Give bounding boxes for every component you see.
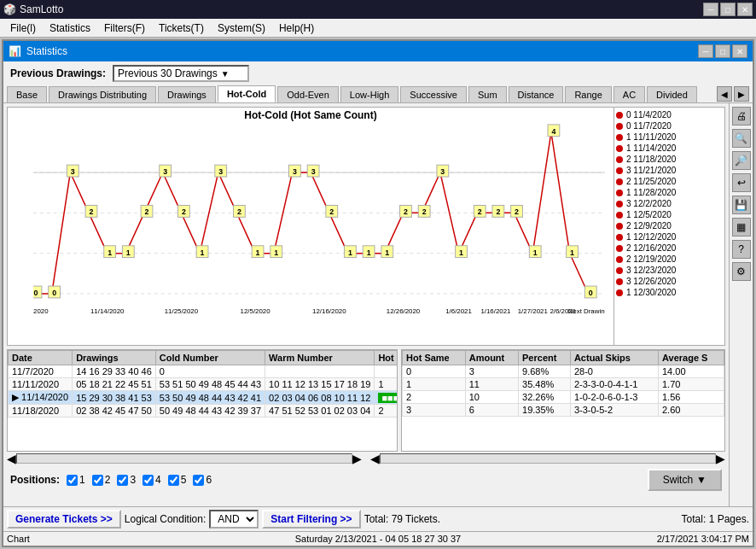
menu-tickets[interactable]: Tickets(T): [152, 20, 211, 36]
table-row[interactable]: 2 10 32.26% 1-0-2-0-6-0-1-3 1.56: [403, 391, 724, 404]
condition-select[interactable]: AND OR: [209, 510, 259, 529]
scroll-right3-button[interactable]: ▶: [716, 452, 725, 465]
cell-date: 11/11/2020: [9, 378, 73, 391]
start-filtering-button[interactable]: Start Filtering >>: [262, 510, 360, 529]
checkbox-2-input[interactable]: [92, 475, 103, 486]
svg-text:3: 3: [163, 167, 167, 176]
checkbox-3-input[interactable]: [117, 475, 128, 486]
stats-close-button[interactable]: ✕: [732, 44, 747, 58]
checkbox-2[interactable]: 2: [92, 474, 111, 486]
checkbox-5[interactable]: 5: [168, 474, 187, 486]
menu-file[interactable]: File(l): [3, 20, 43, 36]
svg-text:3: 3: [311, 167, 316, 176]
controls-area: Previous Drawings: Previous 30 Drawings …: [3, 61, 753, 85]
menu-system[interactable]: System(S): [211, 20, 272, 36]
table-row[interactable]: 11/11/2020 05 18 21 22 45 51 53 51 50 49…: [9, 378, 398, 391]
svg-text:2: 2: [478, 207, 482, 216]
right-table[interactable]: Hot Same Amount Percent Actual Skips Ave…: [401, 349, 725, 452]
table-row[interactable]: 11/18/2020 02 38 42 45 47 50 50 49 48 44…: [9, 405, 398, 418]
generate-tickets-button[interactable]: Generate Tickets >>: [7, 510, 121, 529]
svg-text:1: 1: [533, 248, 538, 257]
pages-count: Total: 1 Pages.: [682, 513, 749, 525]
tab-range[interactable]: Range: [565, 86, 611, 102]
tab-ac[interactable]: AC: [614, 86, 645, 102]
stats-maximize-button[interactable]: □: [715, 44, 730, 58]
cell-percent: 35.48%: [519, 378, 571, 391]
menu-filters[interactable]: Filters(F): [97, 20, 152, 36]
help-icon[interactable]: ?: [732, 240, 751, 259]
settings-icon[interactable]: ⚙: [732, 262, 751, 281]
status-left: Chart: [7, 534, 193, 544]
svg-text:1: 1: [570, 248, 574, 257]
menu-help[interactable]: Help(H): [272, 20, 321, 36]
tab-distance[interactable]: Distance: [509, 86, 564, 102]
table-row[interactable]: 0 3 9.68% 28-0 14.00: [403, 365, 724, 378]
table-row[interactable]: 3 6 19.35% 3-3-0-5-2 2.60: [403, 404, 724, 417]
cell-drawings: 14 16 29 33 40 46: [73, 365, 156, 378]
scroll-right2-button[interactable]: ◀: [370, 452, 380, 465]
tab-successive[interactable]: Successive: [400, 86, 467, 102]
print-icon[interactable]: 🖨: [732, 107, 751, 126]
undo-icon[interactable]: ↩: [732, 173, 751, 192]
left-table[interactable]: Date Drawings Cold Number Warm Number Ho…: [7, 349, 398, 452]
checkbox-6-label: 6: [206, 474, 212, 486]
legend-item-0: 0 11/4/2020: [626, 110, 672, 120]
tab-base[interactable]: Base: [7, 86, 47, 102]
tab-next-button[interactable]: ▶: [734, 86, 749, 102]
search-icon[interactable]: 🔍: [732, 129, 751, 148]
checkbox-6[interactable]: 6: [193, 474, 212, 486]
cell-hotsam: ■■■■: [375, 391, 398, 405]
table-row[interactable]: ▶ 11/14/2020 15 29 30 38 41 53 53 50 49 …: [9, 391, 398, 405]
checkbox-4-input[interactable]: [142, 475, 154, 486]
svg-text:3: 3: [25, 168, 30, 178]
cell-cold: 53 50 49 48 44 43 42 41: [155, 391, 265, 405]
switch-button[interactable]: Switch ▼: [648, 469, 722, 491]
tab-odd-even[interactable]: Odd-Even: [277, 86, 339, 102]
cell-warm: 47 51 52 53 01 02 03 04: [265, 405, 375, 418]
view-toggle-icon[interactable]: ▦: [732, 218, 751, 237]
scroll-left-button[interactable]: ◀: [7, 452, 16, 465]
tab-low-high[interactable]: Low-High: [340, 86, 398, 102]
checkbox-5-input[interactable]: [168, 475, 179, 486]
right-scrollbar[interactable]: [380, 453, 716, 464]
checkbox-4[interactable]: 4: [142, 474, 161, 486]
svg-text:0: 0: [25, 289, 30, 299]
svg-text:12/16/2020: 12/16/2020: [312, 307, 346, 315]
maximize-button[interactable]: □: [720, 3, 736, 16]
horizontal-scrollbar[interactable]: [16, 453, 352, 464]
save-icon[interactable]: 💾: [732, 196, 751, 214]
tab-sum[interactable]: Sum: [468, 86, 507, 102]
stats-minimize-button[interactable]: ─: [698, 44, 713, 58]
checkbox-3-label: 3: [130, 474, 136, 486]
svg-text:3: 3: [218, 167, 223, 176]
checkbox-3[interactable]: 3: [117, 474, 136, 486]
col-cold: Cold Number: [155, 351, 265, 365]
svg-text:1/16/2021: 1/16/2021: [480, 307, 510, 315]
tab-hot-cold[interactable]: Hot-Cold: [218, 85, 276, 102]
table-row[interactable]: 11/7/2020 14 16 29 33 40 46 0: [9, 365, 398, 378]
tab-drawings[interactable]: Drawings: [158, 86, 216, 102]
menu-bar: File(l) Statistics Filters(F) Tickets(T)…: [0, 19, 756, 38]
close-button[interactable]: ✕: [737, 3, 753, 16]
table-row[interactable]: 1 11 35.48% 2-3-3-0-0-4-1-1 1.70: [403, 378, 724, 391]
checkbox-1-input[interactable]: [67, 475, 78, 486]
zoom-in-icon[interactable]: 🔎: [732, 151, 751, 170]
cell-drawings: 15 29 30 38 41 53: [73, 391, 156, 405]
tab-drawings-distributing[interactable]: Drawings Distributing: [49, 86, 156, 102]
cell-hotsame: 3: [403, 404, 466, 417]
scroll-right-button[interactable]: ▶: [352, 452, 362, 465]
cell-actual-skips: 28-0: [570, 365, 658, 378]
legend-item-6: 2 11/25/2020: [626, 177, 676, 186]
checkbox-4-label: 4: [155, 474, 161, 486]
tab-divided[interactable]: Divided: [647, 86, 697, 102]
minimize-button[interactable]: ─: [703, 3, 718, 16]
checkbox-1[interactable]: 1: [67, 474, 85, 486]
menu-statistics[interactable]: Statistics: [43, 20, 97, 36]
checkbox-6-input[interactable]: [193, 475, 204, 486]
tab-prev-button[interactable]: ◀: [717, 86, 732, 102]
legend-item-15: 3 12/26/2020: [626, 277, 676, 286]
svg-text:2: 2: [90, 207, 94, 216]
prev-drawings-dropdown[interactable]: Previous 30 Drawings ▼: [113, 65, 249, 82]
cell-date: 11/7/2020: [9, 365, 73, 378]
svg-text:1: 1: [385, 248, 389, 257]
